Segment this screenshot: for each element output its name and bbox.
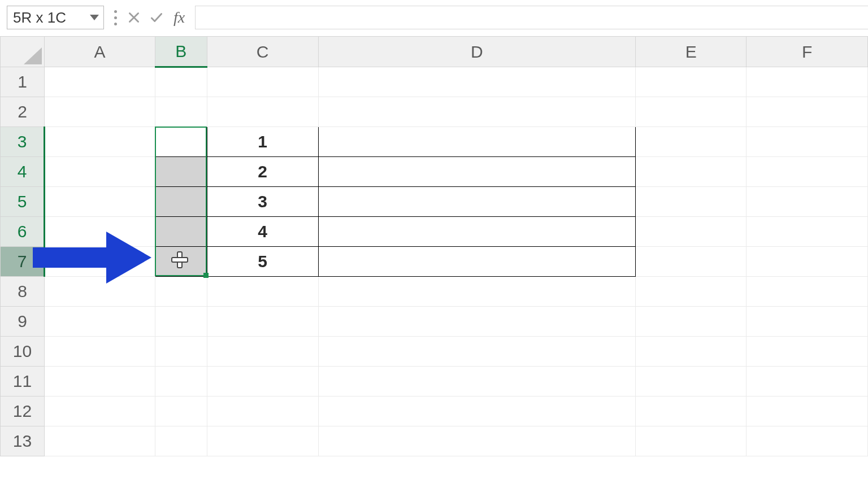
cell-D5[interactable] xyxy=(318,187,636,217)
cell-A8[interactable] xyxy=(44,277,155,307)
row-header-12[interactable]: 12 xyxy=(1,396,45,426)
cell-F2[interactable] xyxy=(747,97,868,127)
cell-B10[interactable] xyxy=(155,337,207,367)
column-header-C[interactable]: C xyxy=(207,37,318,67)
cell-C13[interactable] xyxy=(207,426,318,456)
formula-bar-grip[interactable] xyxy=(114,10,117,25)
cell-F4[interactable] xyxy=(747,157,868,187)
enter-button[interactable] xyxy=(145,6,168,29)
cell-A13[interactable] xyxy=(44,426,155,456)
cell-D11[interactable] xyxy=(318,367,636,396)
cell-B3[interactable] xyxy=(155,127,207,157)
cell-E6[interactable] xyxy=(636,217,747,247)
cancel-button[interactable] xyxy=(123,6,145,29)
cell-E4[interactable] xyxy=(636,157,747,187)
row-header-6[interactable]: 6 xyxy=(1,217,45,247)
row-header-5[interactable]: 5 xyxy=(1,187,45,217)
cell-B2[interactable] xyxy=(155,97,207,127)
cell-C1[interactable] xyxy=(207,67,318,97)
cell-A1[interactable] xyxy=(44,67,155,97)
cell-D9[interactable] xyxy=(318,307,636,337)
column-header-F[interactable]: F xyxy=(747,37,868,67)
column-header-D[interactable]: D xyxy=(318,37,636,67)
cell-A11[interactable] xyxy=(44,367,155,396)
cell-B9[interactable] xyxy=(155,307,207,337)
cell-E1[interactable] xyxy=(636,67,747,97)
cell-F13[interactable] xyxy=(747,426,868,456)
cell-B6[interactable] xyxy=(155,217,207,247)
cell-D7[interactable] xyxy=(318,247,636,277)
cell-A9[interactable] xyxy=(44,307,155,337)
row-header-4[interactable]: 4 xyxy=(1,157,45,187)
cell-E2[interactable] xyxy=(636,97,747,127)
select-all-corner[interactable] xyxy=(1,37,45,67)
column-header-A[interactable]: A xyxy=(44,37,155,67)
column-header-B[interactable]: B xyxy=(155,37,207,67)
cell-D4[interactable] xyxy=(318,157,636,187)
cell-D2[interactable] xyxy=(318,97,636,127)
row-header-7[interactable]: 7 xyxy=(1,247,45,277)
insert-function-button[interactable]: fx xyxy=(168,6,190,29)
cell-A2[interactable] xyxy=(44,97,155,127)
cell-F3[interactable] xyxy=(747,127,868,157)
cell-B12[interactable] xyxy=(155,396,207,426)
row-header-9[interactable]: 9 xyxy=(1,307,45,337)
cell-C9[interactable] xyxy=(207,307,318,337)
cell-A4[interactable] xyxy=(44,157,155,187)
cell-A12[interactable] xyxy=(44,396,155,426)
cell-C12[interactable] xyxy=(207,396,318,426)
cell-C10[interactable] xyxy=(207,337,318,367)
cell-A10[interactable] xyxy=(44,337,155,367)
cell-C8[interactable] xyxy=(207,277,318,307)
cell-E3[interactable] xyxy=(636,127,747,157)
cell-B1[interactable] xyxy=(155,67,207,97)
row-header-13[interactable]: 13 xyxy=(1,426,45,456)
cell-D10[interactable] xyxy=(318,337,636,367)
spreadsheet-grid[interactable]: A B C D E F 1 2 xyxy=(0,36,868,488)
cell-A5[interactable] xyxy=(44,187,155,217)
cell-C5[interactable]: 3 xyxy=(207,187,318,217)
cell-F11[interactable] xyxy=(747,367,868,396)
cell-D1[interactable] xyxy=(318,67,636,97)
cell-E8[interactable] xyxy=(636,277,747,307)
cell-F12[interactable] xyxy=(747,396,868,426)
cell-F9[interactable] xyxy=(747,307,868,337)
formula-input[interactable] xyxy=(195,6,868,29)
cell-C11[interactable] xyxy=(207,367,318,396)
row-header-10[interactable]: 10 xyxy=(1,337,45,367)
cell-E13[interactable] xyxy=(636,426,747,456)
cell-F6[interactable] xyxy=(747,217,868,247)
cell-C6[interactable]: 4 xyxy=(207,217,318,247)
cell-E10[interactable] xyxy=(636,337,747,367)
cell-D3[interactable] xyxy=(318,127,636,157)
cell-F1[interactable] xyxy=(747,67,868,97)
cell-A3[interactable] xyxy=(44,127,155,157)
name-box[interactable]: 5R x 1C xyxy=(7,6,104,29)
cell-D6[interactable] xyxy=(318,217,636,247)
row-header-3[interactable]: 3 xyxy=(1,127,45,157)
cell-E7[interactable] xyxy=(636,247,747,277)
cell-D8[interactable] xyxy=(318,277,636,307)
chevron-down-icon[interactable] xyxy=(90,15,99,20)
cell-C4[interactable]: 2 xyxy=(207,157,318,187)
row-header-1[interactable]: 1 xyxy=(1,67,45,97)
cell-B11[interactable] xyxy=(155,367,207,396)
cell-C7[interactable]: 5 xyxy=(207,247,318,277)
row-header-8[interactable]: 8 xyxy=(1,277,45,307)
cell-D13[interactable] xyxy=(318,426,636,456)
cell-E9[interactable] xyxy=(636,307,747,337)
cell-A7[interactable] xyxy=(44,247,155,277)
cell-F8[interactable] xyxy=(747,277,868,307)
cell-B7[interactable] xyxy=(155,247,207,277)
cell-C2[interactable] xyxy=(207,97,318,127)
cell-D12[interactable] xyxy=(318,396,636,426)
cell-F7[interactable] xyxy=(747,247,868,277)
cell-B8[interactable] xyxy=(155,277,207,307)
cell-F5[interactable] xyxy=(747,187,868,217)
cell-B5[interactable] xyxy=(155,187,207,217)
cell-C3[interactable]: 1 xyxy=(207,127,318,157)
cell-E5[interactable] xyxy=(636,187,747,217)
cell-E12[interactable] xyxy=(636,396,747,426)
cell-E11[interactable] xyxy=(636,367,747,396)
row-header-11[interactable]: 11 xyxy=(1,367,45,396)
